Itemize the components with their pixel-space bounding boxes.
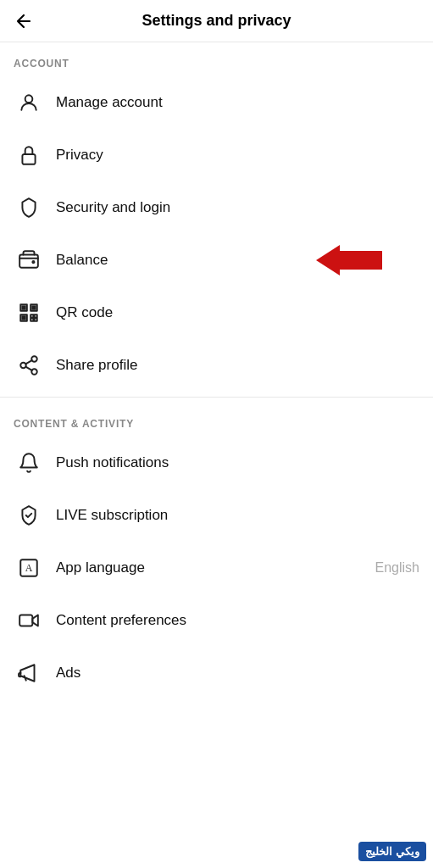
- back-button[interactable]: [14, 11, 34, 31]
- section-label-account: ACCOUNT: [0, 42, 433, 76]
- menu-item-share-profile[interactable]: Share profile: [0, 339, 433, 392]
- menu-item-manage-account[interactable]: Manage account: [0, 76, 433, 129]
- megaphone-icon: [14, 662, 44, 684]
- svg-rect-4: [21, 305, 25, 309]
- video-icon: [14, 609, 44, 632]
- svg-point-0: [25, 95, 33, 103]
- menu-item-push-notifications[interactable]: Push notifications: [0, 437, 433, 489]
- section-account: ACCOUNT Manage account Privacy Security …: [0, 42, 433, 392]
- security-login-label: Security and login: [56, 199, 419, 216]
- svg-rect-12: [35, 319, 37, 321]
- shield-check-icon: [14, 504, 44, 526]
- qr-icon: [14, 302, 44, 324]
- bell-icon: [14, 452, 44, 474]
- svg-rect-9: [31, 314, 33, 317]
- app-language-value: English: [375, 560, 419, 576]
- menu-item-live-subscription[interactable]: LIVE subscription: [0, 489, 433, 542]
- menu-item-app-language[interactable]: A App language English: [0, 542, 433, 594]
- watermark: ويكي الخليج: [358, 842, 426, 861]
- menu-item-content-preferences[interactable]: Content preferences: [0, 594, 433, 647]
- privacy-label: Privacy: [56, 147, 419, 164]
- svg-rect-11: [31, 319, 33, 321]
- manage-account-label: Manage account: [56, 94, 419, 111]
- share-icon: [14, 354, 44, 376]
- svg-rect-18: [19, 615, 32, 626]
- red-arrow-annotation: [316, 245, 382, 275]
- menu-item-security-login[interactable]: Security and login: [0, 181, 433, 234]
- section-content-activity: CONTENT & ACTIVITY Push notifications LI…: [0, 403, 433, 699]
- svg-rect-1: [22, 154, 35, 164]
- shield-icon: [14, 197, 44, 219]
- menu-item-privacy[interactable]: Privacy: [0, 129, 433, 181]
- svg-rect-2: [19, 255, 38, 268]
- push-notifications-label: Push notifications: [56, 454, 419, 471]
- share-profile-label: Share profile: [56, 357, 419, 374]
- svg-rect-10: [35, 314, 37, 317]
- person-icon: [14, 92, 44, 114]
- wallet-icon: [14, 249, 44, 271]
- menu-item-balance[interactable]: Balance: [0, 234, 433, 287]
- app-language-label: App language: [56, 559, 369, 576]
- svg-rect-6: [31, 305, 36, 309]
- qr-code-label: QR code: [56, 304, 419, 321]
- svg-text:A: A: [25, 562, 33, 574]
- menu-item-qr-code[interactable]: QR code: [0, 287, 433, 339]
- content-preferences-label: Content preferences: [56, 612, 419, 629]
- menu-item-ads[interactable]: Ads: [0, 647, 433, 699]
- ads-label: Ads: [56, 665, 419, 682]
- lock-icon: [14, 144, 44, 166]
- page-title: Settings and privacy: [142, 12, 291, 30]
- live-subscription-label: LIVE subscription: [56, 507, 419, 524]
- section-label-content-activity: CONTENT & ACTIVITY: [0, 403, 433, 437]
- language-icon: A: [14, 557, 44, 579]
- svg-rect-8: [21, 315, 25, 320]
- section-divider: [0, 397, 433, 398]
- header: Settings and privacy: [0, 0, 433, 42]
